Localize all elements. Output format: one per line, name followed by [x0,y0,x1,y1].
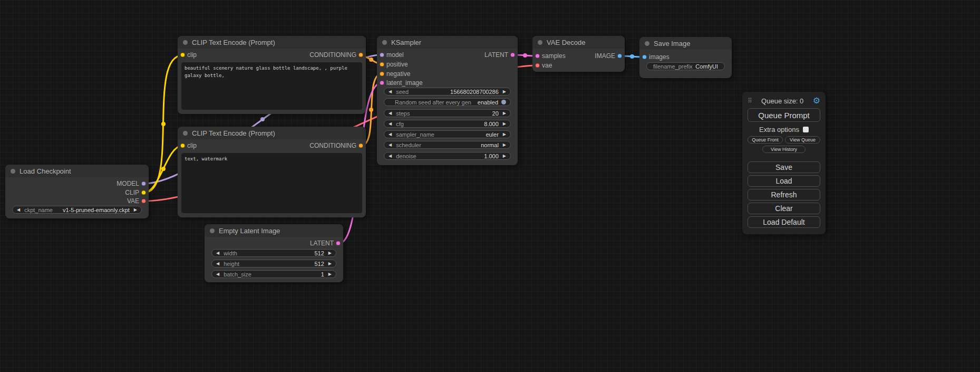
node-empty-latent-image[interactable]: Empty Latent Image LATENT ◀ width 512 ▶ … [205,224,343,282]
collapse-dot-icon[interactable] [11,169,15,174]
widget-value: euler [434,131,499,138]
view-history-button[interactable]: View History [762,146,806,153]
decrement-arrow-icon[interactable]: ◀ [389,122,392,126]
model-output-port[interactable] [141,182,146,186]
latent-output-port[interactable] [510,53,515,58]
decrement-arrow-icon[interactable]: ◀ [389,111,392,116]
vae-input-port[interactable] [535,63,540,68]
widget-value: 156680208700286 [409,89,499,95]
node-title-bar[interactable]: Load Checkpoint [5,165,149,177]
node-vae-decode[interactable]: VAE Decode samples IMAGE vae [532,36,625,72]
increment-arrow-icon[interactable]: ▶ [503,143,506,147]
collapse-dot-icon[interactable] [645,41,649,46]
decrement-arrow-icon[interactable]: ◀ [389,132,392,137]
conditioning-output-port[interactable] [358,53,363,58]
decrement-arrow-icon[interactable]: ◀ [389,154,392,158]
negative-prompt-textarea[interactable]: text, watermark [181,153,362,213]
output-slot-clip: CLIP [5,188,149,197]
settings-gear-icon[interactable]: ⚙ [813,97,820,105]
decrement-arrow-icon[interactable]: ◀ [216,272,219,276]
image-output-port[interactable] [617,54,622,59]
slot-label: samples [542,52,566,60]
samples-input-port[interactable] [535,54,540,59]
seed-widget[interactable]: ◀ seed 156680208700286 ▶ [384,88,511,96]
ckpt-name-widget[interactable]: ◀ ckpt_name v1-5-pruned-emaonly.ckpt ▶ [12,206,142,214]
toggle-on-icon[interactable] [501,100,506,104]
increment-arrow-icon[interactable]: ▶ [328,262,332,266]
sampler-name-widget[interactable]: ◀ sampler_name euler ▶ [384,130,511,138]
slot-label: model [386,51,404,59]
queue-front-button[interactable]: Queue Front [748,136,783,144]
increment-arrow-icon[interactable]: ▶ [503,132,506,137]
latent-image-input-port[interactable] [380,81,384,85]
steps-widget[interactable]: ◀ steps 20 ▶ [384,109,511,117]
input-slot-images: images [639,53,732,61]
model-input-port[interactable] [380,53,384,58]
width-widget[interactable]: ◀ width 512 ▶ [211,249,336,257]
increment-arrow-icon[interactable]: ▶ [503,90,506,94]
height-widget[interactable]: ◀ height 512 ▶ [211,260,336,268]
collapse-dot-icon[interactable] [183,131,188,136]
images-input-port[interactable] [642,55,647,60]
denoise-widget[interactable]: ◀ denoise 1.000 ▶ [384,152,511,160]
node-clip-text-encode-positive[interactable]: CLIP Text Encode (Prompt) clip CONDITION… [178,36,366,114]
node-title-bar[interactable]: CLIP Text Encode (Prompt) [178,36,366,49]
clip-output-port[interactable] [141,190,146,195]
load-default-button[interactable]: Load Default [748,216,820,228]
load-button[interactable]: Load [748,175,820,187]
batch-size-widget[interactable]: ◀ batch_size 1 ▶ [211,270,336,278]
queue-prompt-button[interactable]: Queue Prompt [748,108,820,122]
latent-output-port[interactable] [336,241,341,246]
widget-name: batch_size [224,271,251,278]
positive-prompt-textarea[interactable]: beautiful scenery nature glass bottle la… [181,62,362,110]
increment-arrow-icon[interactable]: ▶ [503,154,506,158]
save-button[interactable]: Save [748,161,820,173]
clip-input-port[interactable] [180,144,185,148]
increment-arrow-icon[interactable]: ▶ [503,122,506,126]
clip-input-port[interactable] [180,53,185,58]
decrement-arrow-icon[interactable]: ◀ [389,143,392,147]
node-clip-text-encode-negative[interactable]: CLIP Text Encode (Prompt) clip CONDITION… [178,127,366,217]
widget-name: sampler_name [396,131,434,138]
slot-label: CONDITIONING [309,51,356,59]
increment-arrow-icon[interactable]: ▶ [503,111,506,116]
decrement-arrow-icon[interactable]: ◀ [216,251,219,255]
node-load-checkpoint[interactable]: Load Checkpoint MODEL CLIP VAE ◀ ckpt_na… [5,165,149,218]
widget-value: 1.000 [416,153,499,159]
widget-name: height [224,261,239,267]
increment-arrow-icon[interactable]: ▶ [328,272,332,276]
extra-options-checkbox[interactable] [803,127,809,132]
random-seed-toggle-widget[interactable]: Random seed after every gen enabled [384,98,511,106]
node-title-bar[interactable]: KSampler [377,36,518,49]
drag-handle-icon[interactable]: ⠿ [748,97,752,104]
increment-arrow-icon[interactable]: ▶ [328,251,332,255]
collapse-dot-icon[interactable] [382,40,387,45]
collapse-dot-icon[interactable] [183,40,188,45]
negative-input-port[interactable] [380,72,384,77]
node-save-image[interactable]: Save Image images filename_prefix ComfyU… [639,37,732,78]
graph-canvas[interactable]: Load Checkpoint MODEL CLIP VAE ◀ ckpt_na… [0,0,980,372]
clear-button[interactable]: Clear [748,203,820,214]
node-title-bar[interactable]: Empty Latent Image [205,224,343,237]
node-title-bar[interactable]: VAE Decode [532,36,625,49]
widget-value: 512 [239,261,324,267]
node-ksampler[interactable]: KSampler model LATENT positive negative … [377,36,518,165]
queue-front-row: Queue Front View Queue [748,136,820,144]
node-title-bar[interactable]: Save Image [639,37,732,50]
node-title-bar[interactable]: CLIP Text Encode (Prompt) [178,127,366,139]
collapse-dot-icon[interactable] [210,228,215,233]
view-queue-button[interactable]: View Queue [785,136,820,144]
positive-input-port[interactable] [380,62,384,67]
decrement-arrow-icon[interactable]: ◀ [389,90,392,94]
decrement-arrow-icon[interactable]: ◀ [216,262,219,266]
decrement-arrow-icon[interactable]: ◀ [17,208,20,212]
increment-arrow-icon[interactable]: ▶ [134,208,137,212]
scheduler-widget[interactable]: ◀ scheduler normal ▶ [384,141,511,149]
refresh-button[interactable]: Refresh [748,189,820,201]
queue-panel: ⠿ Queue size: 0 ⚙ Queue Prompt Extra opt… [742,92,826,234]
vae-output-port[interactable] [141,199,146,204]
cfg-widget[interactable]: ◀ cfg 8.000 ▶ [384,120,511,128]
filename-prefix-widget[interactable]: filename_prefix ComfyUI [646,62,725,70]
conditioning-output-port[interactable] [358,144,363,148]
collapse-dot-icon[interactable] [538,40,542,45]
